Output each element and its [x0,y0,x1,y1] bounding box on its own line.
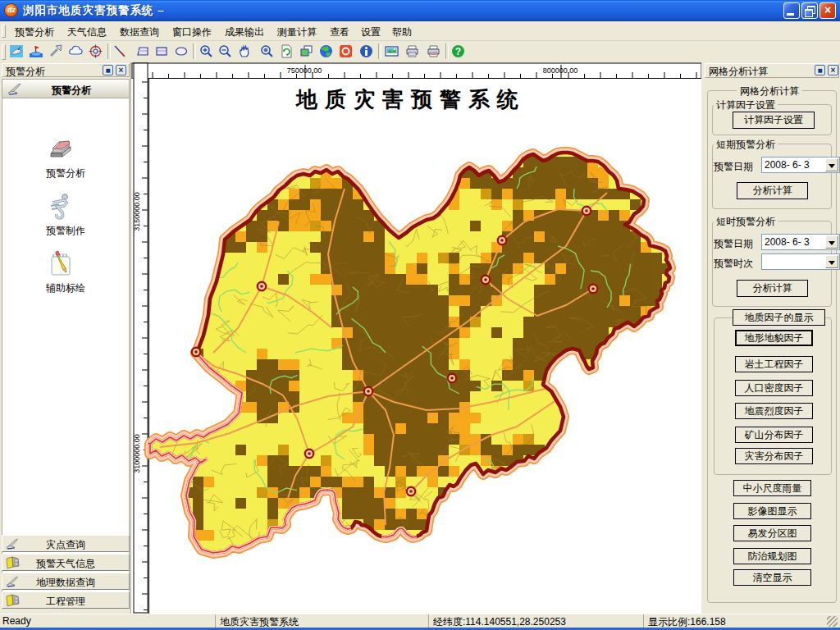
svg-text:?: ? [455,46,461,57]
